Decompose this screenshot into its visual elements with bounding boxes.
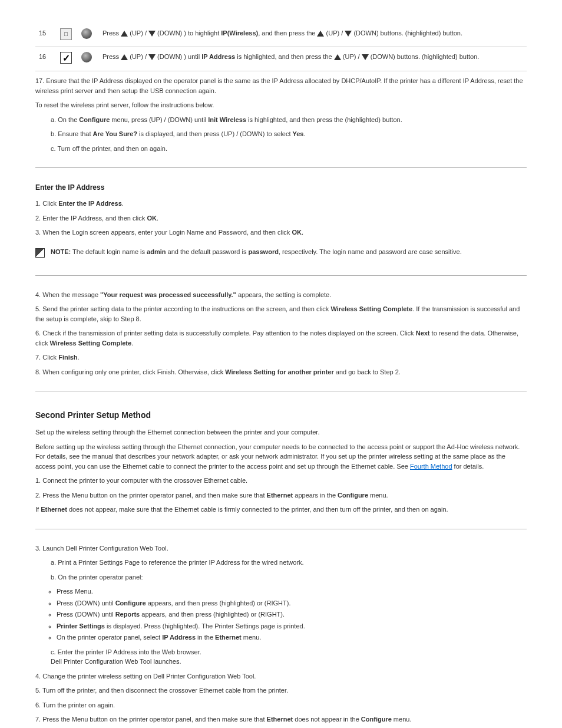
enter-ip-heading: Enter the IP Address [35, 182, 527, 193]
table-row: 16 Press (UP) / (DOWN) ) until IP Addres… [35, 47, 527, 71]
sec3-sub-b: b. On the printer operator panel: [35, 572, 527, 582]
down-arrow-icon [148, 31, 156, 37]
row-icon-1 [57, 47, 78, 71]
up-arrow-icon [334, 54, 341, 60]
sec2-step3: 3. When the Login screen appears, enter … [35, 228, 527, 238]
sec3-step2: 2. Press the Menu button on the printer … [35, 490, 527, 500]
check-icon [60, 52, 72, 64]
second-method-heading: Second Printer Setup Method [35, 409, 527, 421]
note-block: NOTE: The default login name is admin an… [35, 243, 527, 261]
sub-b: b. Ensure that Are You Sure? is displaye… [35, 129, 527, 139]
sec3-sub-c: c. Enter the printer IP Address into the… [35, 647, 527, 667]
list-item: Press (DOWN) until Reports appears, and … [57, 610, 527, 620]
sec3-step1: 1. Connect the printer to your computer … [35, 476, 527, 486]
instruction-cell: Press (UP) / (DOWN) ) until IP Address i… [99, 47, 527, 71]
sec3-para1: Set up the wireless setting through the … [35, 427, 527, 437]
sec3-para2: Before setting up the wireless setting t… [35, 442, 527, 472]
divider [35, 275, 527, 276]
up-arrow-icon [121, 54, 128, 60]
step-17b: To reset the wireless print server, foll… [35, 100, 527, 110]
row-icon-1: □ [57, 24, 78, 47]
sec2-step4: 4. When the message "Your request was pr… [35, 290, 527, 300]
up-arrow-icon [317, 31, 324, 37]
table-row: 15 □ Press (UP) / (DOWN) ) to highlight … [35, 24, 527, 47]
up-arrow-icon [121, 31, 128, 37]
instruction-cell: Press (UP) / (DOWN) ) to highlight IP(Wi… [99, 24, 527, 47]
panel-icon: □ [60, 28, 72, 40]
row-icon-2 [78, 24, 99, 47]
divider [35, 167, 527, 168]
sec2-step2: 2. Enter the IP Address, and then click … [35, 213, 527, 223]
sec3-step4: 4. Change the printer wireless setting o… [35, 671, 527, 681]
sec3-step6: 6. Turn the printer on again. [35, 700, 527, 710]
panel-menu-list: Press Menu. Press (DOWN) until Configure… [35, 587, 527, 643]
sub-a: a. On the Configure menu, press (UP) / (… [35, 115, 527, 125]
row-icon-2 [78, 47, 99, 71]
button-icon [81, 28, 92, 39]
sec2-step8: 8. When configuring only one printer, cl… [35, 367, 527, 377]
down-arrow-icon [345, 31, 352, 37]
list-item: Press (DOWN) until Configure appears, an… [57, 598, 527, 608]
note-icon [35, 248, 45, 258]
sec3-step5: 5. Turn off the printer, and then discon… [35, 686, 527, 696]
list-item: Printer Settings is displayed. Press (hi… [57, 621, 527, 631]
step-number: 15 [35, 24, 57, 47]
sub-c: c. Turn off the printer, and then on aga… [35, 144, 527, 154]
sec3-para3: If Ethernet does not appear, make sure t… [35, 505, 527, 515]
sec2-step5: 5. Send the printer setting data to the … [35, 304, 527, 324]
sec2-step7: 7. Click Finish. [35, 353, 527, 363]
sec3-step7: 7. Press the Menu button on the printer … [35, 714, 527, 724]
fourth-method-link[interactable]: Fourth Method [410, 463, 452, 470]
divider [35, 391, 527, 391]
button-icon [81, 52, 92, 62]
sec3-step3: 3. Launch Dell Printer Configuration Web… [35, 543, 527, 554]
sec2-step1: 1. Click Enter the IP Address. [35, 199, 527, 209]
instruction-table: 15 □ Press (UP) / (DOWN) ) to highlight … [35, 24, 527, 71]
list-item: On the printer operator panel, select IP… [57, 633, 527, 643]
divider [35, 529, 527, 529]
sec2-step6: 6. Check if the transmission of printer … [35, 328, 527, 348]
down-arrow-icon [362, 54, 369, 60]
step-number: 16 [35, 47, 57, 71]
sec3-sub-a: a. Print a Printer Settings Page to refe… [35, 558, 527, 568]
step-17: 17. Ensure that the IP Address displayed… [35, 76, 527, 95]
list-item: Press Menu. [57, 587, 527, 597]
down-arrow-icon [148, 54, 156, 60]
